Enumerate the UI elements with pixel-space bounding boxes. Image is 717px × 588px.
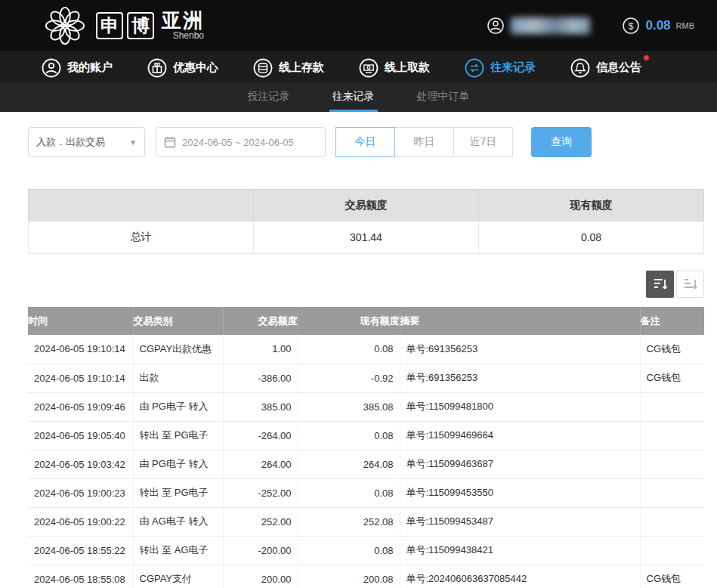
table-cell: 单号:115099481800 [400, 392, 640, 421]
table-cell: 由 PG电子 转入 [133, 450, 223, 478]
date-range-input[interactable]: 2024-06-05 ~ 2024-06-05 [156, 127, 326, 157]
last-7-days-button[interactable]: 近7日 [453, 127, 513, 157]
table-cell: 2024-06-05 19:10:14 [28, 335, 133, 364]
table-cell: -264.00 [223, 421, 298, 450]
user-account[interactable] [487, 17, 590, 35]
header-current-balance: 现有额度 [298, 307, 400, 335]
nav-label: 优惠中心 [173, 60, 218, 75]
account-icon [42, 58, 61, 78]
table-cell [640, 478, 704, 507]
summary-total-label: 总计 [29, 221, 254, 254]
table-cell: 单号:691356253 [400, 335, 640, 364]
table-cell: 2024-06-05 19:03:42 [28, 450, 133, 478]
table-cell: 0.08 [298, 421, 400, 450]
nav-label: 线上存款 [279, 60, 324, 75]
summary-header-empty [29, 190, 254, 221]
table-cell: -386.00 [223, 364, 298, 392]
brand-suffix: 亚洲 Shenbo [162, 11, 204, 41]
header-right: $ 0.08 RMB [487, 17, 694, 35]
tab-processing-orders[interactable]: 处理中订单 [414, 83, 473, 112]
balance[interactable]: $ 0.08 RMB [622, 17, 694, 35]
yesterday-button[interactable]: 昨日 [394, 127, 454, 157]
brand-flower-icon [42, 5, 88, 47]
main-navigation: 我的账户 优惠中心 线上存款 线上取款 [0, 51, 717, 83]
table-cell [640, 392, 704, 421]
records-header-row: 时间 交易类别 交易额度 现有额度 摘要 备注 [28, 307, 704, 335]
table-cell: 单号:115099453487 [400, 507, 640, 536]
table-cell: -0.92 [298, 364, 400, 392]
user-icon [487, 17, 505, 35]
table-row: 2024-06-05 19:05:40转出 至 PG电子-264.000.08单… [28, 421, 704, 450]
nav-item-deposit[interactable]: 线上存款 [253, 58, 324, 78]
quick-date-group: 今日 昨日 近7日 [336, 127, 513, 157]
table-cell: 单号:691356253 [400, 364, 640, 392]
table-cell: 单号:115099463687 [400, 450, 640, 478]
calendar-icon [164, 136, 176, 148]
table-cell: CG钱包 [640, 364, 704, 392]
nav-label: 往来记录 [490, 60, 536, 75]
table-row: 2024-06-05 18:55:22转出 至 AG电子-200.000.08单… [28, 536, 704, 565]
notification-dot [644, 55, 649, 60]
table-cell: -200.00 [223, 536, 298, 565]
nav-item-my-account[interactable]: 我的账户 [42, 58, 113, 78]
select-value: 入款．出款交易 [36, 135, 105, 149]
date-range-value: 2024-06-05 ~ 2024-06-05 [182, 137, 294, 148]
svg-text:$: $ [629, 21, 634, 32]
tab-transaction-records[interactable]: 往来记录 [329, 83, 378, 112]
brand: 申 博 亚洲 Shenbo [42, 5, 204, 47]
records-exchange-icon [465, 58, 484, 78]
deposit-coins-icon [253, 58, 273, 78]
table-cell: 2024-06-05 19:00:23 [28, 478, 133, 507]
table-cell: 单号:115099453550 [400, 478, 640, 507]
table-cell: 由 PG电子 转入 [133, 392, 223, 421]
table-cell: 转出 至 PG电子 [133, 421, 223, 450]
table-cell: 0.08 [298, 335, 400, 364]
brand-char-2: 博 [127, 12, 154, 39]
table-cell: CG钱包 [640, 335, 704, 364]
table-cell: CG钱包 [640, 565, 704, 588]
nav-item-records[interactable]: 往来记录 [465, 58, 536, 78]
summary-transaction-total: 301.44 [254, 221, 479, 254]
table-cell: 单号:115099469664 [400, 421, 640, 450]
tab-betting-records[interactable]: 投注记录 [245, 83, 293, 112]
balance-currency: RMB [676, 21, 694, 30]
table-row: 2024-06-05 19:10:14出款-386.00-0.92单号:6913… [28, 364, 704, 392]
brand-subtitle: Shenbo [173, 31, 204, 41]
username-redacted [511, 17, 590, 34]
table-cell: 2024-06-05 18:55:22 [28, 536, 133, 565]
filter-bar: 入款．出款交易 ▼ 2024-06-05 ~ 2024-06-05 今日 昨日 … [0, 112, 717, 171]
table-cell [640, 421, 704, 450]
transaction-type-select[interactable]: 入款．出款交易 ▼ [28, 127, 145, 157]
sort-controls [0, 271, 704, 298]
header-time: 时间 [28, 307, 133, 335]
nav-label: 线上取款 [385, 60, 430, 75]
nav-item-announcements[interactable]: 信息公告 [570, 58, 641, 78]
table-row: 2024-06-05 19:10:14CGPAY出款优惠1.000.08单号:6… [28, 335, 704, 364]
nav-item-withdraw[interactable]: 线上取款 [359, 58, 430, 78]
table-row: 2024-06-05 18:55:08CGPAY支付200.00200.08单号… [28, 565, 704, 588]
nav-label: 信息公告 [596, 60, 641, 75]
table-cell: -252.00 [223, 478, 298, 507]
table-row: 2024-06-05 19:03:42由 PG电子 转入264.00264.08… [28, 450, 704, 478]
search-button[interactable]: 查询 [531, 127, 592, 157]
today-button[interactable]: 今日 [335, 127, 395, 157]
sort-ascending-button[interactable] [676, 271, 704, 298]
table-cell: 264.08 [298, 450, 400, 478]
nav-item-promotions[interactable]: 优惠中心 [147, 58, 218, 78]
sort-descending-button[interactable] [646, 271, 674, 298]
table-cell: 0.08 [298, 478, 400, 507]
table-cell: 0.08 [298, 536, 400, 565]
header-remarks: 备注 [640, 307, 704, 335]
table-cell: 由 AG电子 转入 [133, 507, 223, 536]
table-cell: CGPAY支付 [133, 565, 223, 588]
top-header: 申 博 亚洲 Shenbo $ 0.08 RMB [0, 0, 717, 51]
table-cell: 单号:202406063637085442 [400, 565, 640, 588]
table-row: 2024-06-05 19:00:23转出 至 PG电子-252.000.08单… [28, 478, 704, 507]
summary-header-balance: 现有额度 [479, 190, 704, 221]
sub-navigation: 投注记录 往来记录 处理中订单 [0, 83, 717, 112]
table-cell [640, 507, 704, 536]
table-cell: 200.00 [223, 565, 298, 588]
brand-characters: 申 博 [96, 12, 154, 39]
chevron-down-icon: ▼ [129, 138, 137, 147]
dollar-icon: $ [622, 17, 640, 35]
